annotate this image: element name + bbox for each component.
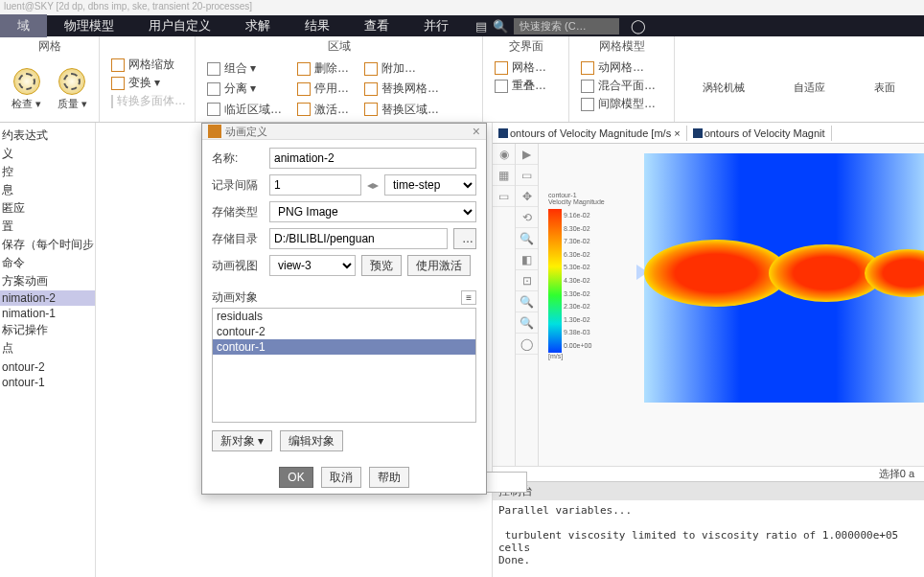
new-object-button[interactable]: 新对象 ▾ bbox=[212, 430, 272, 451]
list-item[interactable]: residuals bbox=[213, 309, 475, 324]
dir-input[interactable] bbox=[269, 228, 448, 249]
search-input[interactable]: 快速搜索 (C… bbox=[514, 18, 619, 35]
adjacent-icon bbox=[207, 103, 220, 116]
menu-bar: 域 物理模型 用户自定义 求解 结果 查看 并行 ▤ 🔍 快速搜索 (C… ◯ bbox=[0, 15, 924, 36]
check-button[interactable]: 检查 ▾ bbox=[6, 57, 48, 122]
polyhedra-button[interactable]: 转换多面体… bbox=[109, 92, 185, 110]
interval-unit-select[interactable]: time-step bbox=[384, 174, 476, 196]
help-icon[interactable]: ◯ bbox=[631, 18, 646, 34]
append-button[interactable]: 附加… bbox=[362, 59, 441, 78]
tree-node[interactable]: 方案动画 bbox=[0, 272, 95, 290]
console-body[interactable]: Parallel variables... turbulent viscosit… bbox=[493, 500, 924, 570]
quality-button[interactable]: 质量 ▾ bbox=[52, 57, 94, 122]
view-select[interactable]: view-3 bbox=[269, 255, 356, 276]
combine-icon bbox=[207, 62, 220, 76]
menu-tab-view[interactable]: 查看 bbox=[347, 14, 406, 37]
ok-button[interactable]: OK bbox=[279, 467, 312, 488]
delete-icon bbox=[297, 62, 311, 76]
menu-tab-physics[interactable]: 物理模型 bbox=[47, 14, 131, 37]
graphics-tabs: ontours of Velocity Magnitude [m/s × ont… bbox=[493, 123, 924, 144]
transform-button[interactable]: 变换 ▾ bbox=[109, 74, 185, 92]
dyn-icon bbox=[581, 61, 594, 75]
list-item[interactable]: contour-2 bbox=[213, 324, 475, 339]
gap-model-button[interactable]: 间隙模型… bbox=[579, 95, 664, 113]
tree-node[interactable]: 命令 bbox=[0, 254, 95, 272]
ribbon-group-meshmodel: 网格模型 bbox=[575, 36, 668, 57]
animation-definition-dialog: 动画定义 × 名称: 记录间隔 ◂▸ time-step 存储类型 PNG Im… bbox=[201, 123, 487, 495]
menu-tab-solve[interactable]: 求解 bbox=[228, 14, 288, 37]
tree-node[interactable]: 点 bbox=[0, 339, 95, 358]
menu-tab-parallel[interactable]: 并行 bbox=[406, 14, 466, 37]
tree-node[interactable]: nimation-2 bbox=[0, 290, 95, 306]
menu-tab-results[interactable]: 结果 bbox=[288, 14, 347, 37]
mixing-plane-button[interactable]: 混合平面… bbox=[579, 77, 664, 95]
dialog-icon bbox=[208, 125, 221, 138]
combine-button[interactable]: 组合 ▾ bbox=[205, 59, 284, 78]
mesh-interface-button[interactable]: 网格… bbox=[493, 58, 559, 77]
ribbon-group-mesh: 网格 bbox=[6, 36, 93, 57]
menu-tab-domain[interactable]: 域 bbox=[0, 14, 47, 37]
name-input[interactable] bbox=[269, 148, 476, 169]
tree-node[interactable]: 匿应 bbox=[0, 199, 95, 218]
search-icon: 🔍 bbox=[493, 19, 508, 34]
turbo-button[interactable]: 涡轮机械 bbox=[695, 54, 752, 122]
edit-object-button[interactable]: 编辑对象 bbox=[280, 430, 343, 451]
type-label: 存储类型 bbox=[212, 204, 264, 220]
mix-icon bbox=[581, 80, 594, 93]
objects-listbox[interactable]: residualscontour-2contour-1 bbox=[212, 308, 476, 423]
separate-icon bbox=[207, 82, 220, 96]
tree-node[interactable]: ontour-2 bbox=[0, 359, 95, 375]
close-icon[interactable]: × bbox=[473, 124, 480, 139]
append-icon bbox=[364, 62, 378, 76]
adapt-button[interactable]: 自适应 bbox=[785, 54, 833, 122]
storage-type-select[interactable]: PNG Image bbox=[269, 201, 476, 222]
ribbon-group-zones: 区域 bbox=[201, 36, 476, 57]
menu-filter: ▤ 🔍 快速搜索 (C… bbox=[475, 18, 619, 35]
tree-node[interactable]: 控 bbox=[0, 163, 95, 181]
dir-label: 存储目录 bbox=[212, 231, 264, 247]
menu-tab-udf[interactable]: 用户自定义 bbox=[131, 14, 228, 37]
outline-tree[interactable]: 约表达式义控息匿应置保存（每个时间步）命令方案动画nimation-2nimat… bbox=[0, 123, 96, 577]
tree-node[interactable]: 约表达式 bbox=[0, 127, 95, 145]
ribbon-group-interfaces: 交界面 bbox=[489, 36, 563, 57]
view-label: 动画视图 bbox=[212, 258, 264, 274]
scale-icon bbox=[111, 58, 125, 72]
help-button[interactable]: 帮助 bbox=[369, 467, 409, 488]
gear-icon bbox=[58, 68, 85, 95]
color-legend: contour-1 Velocity Magnitude 9.16e-028.3… bbox=[548, 192, 635, 359]
console: 控制台 Parallel variables... turbulent visc… bbox=[493, 481, 924, 577]
list-item[interactable]: contour-1 bbox=[213, 339, 475, 355]
scale-button[interactable]: 网格缩放 bbox=[109, 56, 185, 74]
tree-node[interactable]: 保存（每个时间步） bbox=[0, 236, 95, 254]
transform-icon bbox=[111, 77, 125, 90]
dialog-title: 动画定义 bbox=[225, 125, 473, 139]
interval-input[interactable] bbox=[269, 174, 361, 196]
graphics-status: 选择0 a bbox=[493, 466, 924, 481]
title-bar: luent@SKY [2d dp, dbns imp, ske, transie… bbox=[0, 0, 924, 15]
graphics-tab-2[interactable]: ontours of Velocity Magnit bbox=[687, 126, 832, 141]
tree-node[interactable]: 息 bbox=[0, 181, 95, 199]
gear-icon bbox=[13, 68, 40, 95]
list-filter-icon[interactable]: ≡ bbox=[461, 290, 476, 305]
dynamic-mesh-button[interactable]: 动网格… bbox=[579, 58, 664, 77]
tree-node[interactable]: 置 bbox=[0, 218, 95, 236]
tree-node[interactable]: 标记操作 bbox=[0, 321, 95, 339]
tree-node[interactable]: nimation-1 bbox=[0, 306, 95, 321]
tree-node[interactable]: 义 bbox=[0, 145, 95, 163]
objects-label: 动画对象 bbox=[212, 289, 258, 306]
contour-icon bbox=[693, 128, 703, 138]
tree-node[interactable]: ontour-1 bbox=[0, 375, 95, 390]
browse-button[interactable]: … bbox=[453, 228, 476, 249]
delete-button[interactable]: 删除… bbox=[295, 59, 351, 78]
spinner-icon[interactable]: ◂▸ bbox=[367, 178, 379, 192]
cancel-button[interactable]: 取消 bbox=[321, 467, 361, 488]
preview-button[interactable]: 预览 bbox=[361, 255, 402, 276]
use-active-button[interactable]: 使用激活 bbox=[407, 255, 471, 276]
gap-icon bbox=[581, 98, 594, 111]
graphics-viewport[interactable]: contour-1 Velocity Magnitude 9.16e-028.3… bbox=[539, 144, 924, 466]
name-label: 名称: bbox=[212, 150, 264, 167]
filter-icon: ▤ bbox=[475, 19, 487, 34]
contour-plot bbox=[644, 153, 924, 403]
console-title: 控制台 bbox=[493, 482, 924, 500]
surface-button[interactable]: 表面 bbox=[866, 54, 904, 122]
